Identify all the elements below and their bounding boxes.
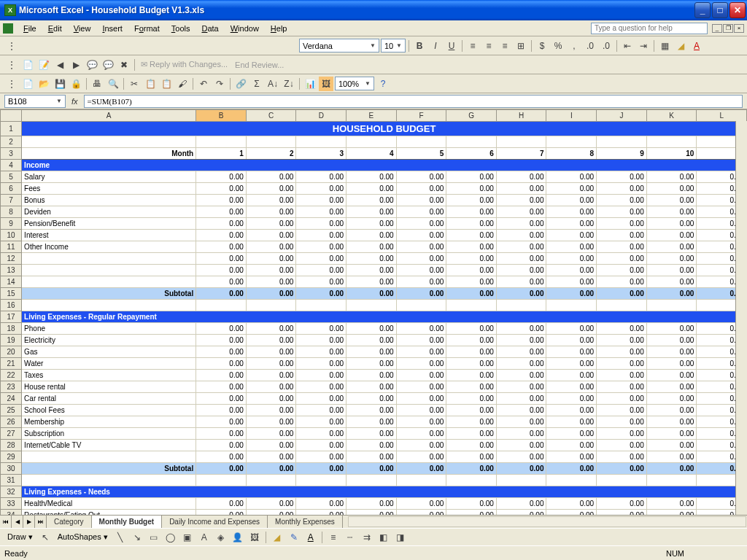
row-header-25[interactable]: 25 bbox=[1, 405, 22, 416]
tab-nav-first[interactable]: ⏮ bbox=[0, 516, 12, 528]
cell[interactable]: 0.00 bbox=[347, 253, 397, 265]
row-header-15[interactable]: 15 bbox=[1, 288, 22, 300]
col-header-A[interactable]: A bbox=[22, 110, 196, 122]
cell[interactable] bbox=[396, 475, 446, 486]
cell[interactable]: 0.00 bbox=[347, 381, 397, 393]
row-label[interactable]: Health/Medical bbox=[22, 498, 196, 510]
help-search-input[interactable] bbox=[591, 23, 708, 34]
cell[interactable]: 0.00 bbox=[446, 405, 497, 416]
col-header-G[interactable]: G bbox=[446, 110, 497, 122]
cell[interactable]: 0.00 bbox=[496, 265, 546, 276]
row-label[interactable]: Salary bbox=[22, 171, 196, 183]
cell[interactable]: 0.00 bbox=[446, 218, 497, 230]
cell[interactable]: 0.00 bbox=[446, 510, 497, 516]
select-all-corner[interactable] bbox=[1, 110, 22, 122]
cell[interactable]: 0.00 bbox=[496, 288, 546, 300]
cell[interactable]: 0.00 bbox=[196, 206, 247, 218]
cell[interactable]: 0.00 bbox=[296, 510, 347, 516]
cell[interactable]: 0.00 bbox=[396, 510, 446, 516]
cell[interactable]: 0.00 bbox=[597, 440, 647, 451]
row-header-31[interactable]: 31 bbox=[1, 475, 22, 486]
cell[interactable]: 0.00 bbox=[396, 265, 446, 276]
cell[interactable]: 0.00 bbox=[196, 451, 247, 463]
month-col-8[interactable]: 8 bbox=[546, 148, 597, 160]
picture-icon[interactable]: 🖼 bbox=[247, 530, 262, 545]
cell[interactable]: 0.00 bbox=[396, 195, 446, 206]
cell[interactable]: 0.00 bbox=[246, 428, 296, 440]
cell[interactable]: 0.00 bbox=[546, 206, 597, 218]
menu-view[interactable]: View bbox=[68, 23, 97, 34]
cell[interactable]: 0.00 bbox=[597, 230, 647, 241]
cell[interactable]: 0.00 bbox=[646, 428, 697, 440]
month-col-9[interactable]: 9 bbox=[597, 148, 647, 160]
month-col-4[interactable]: 4 bbox=[347, 148, 397, 160]
cell[interactable]: 0.00 bbox=[546, 405, 597, 416]
line-style-icon[interactable]: ≡ bbox=[326, 530, 341, 545]
cell[interactable]: 0.00 bbox=[496, 393, 546, 405]
cell[interactable]: 0.00 bbox=[396, 370, 446, 381]
help-icon[interactable]: ? bbox=[376, 77, 390, 91]
cell[interactable]: 0.00 bbox=[246, 241, 296, 253]
cell[interactable] bbox=[246, 136, 296, 148]
cell[interactable]: 0.00 bbox=[296, 288, 347, 300]
cell[interactable]: 0.00 bbox=[246, 451, 296, 463]
row-label[interactable]: Fees bbox=[22, 183, 196, 195]
cell[interactable]: 0.00 bbox=[396, 323, 446, 335]
cell[interactable]: 0.00 bbox=[296, 346, 347, 358]
cell[interactable]: 0.00 bbox=[446, 265, 497, 276]
cell[interactable] bbox=[196, 475, 247, 486]
row-header-11[interactable]: 11 bbox=[1, 241, 22, 253]
cell[interactable]: 0.00 bbox=[446, 206, 497, 218]
comma-button[interactable]: , bbox=[567, 39, 581, 53]
col-header-K[interactable]: K bbox=[646, 110, 697, 122]
cell[interactable] bbox=[246, 475, 296, 486]
cell[interactable]: 0.00 bbox=[646, 183, 697, 195]
cell[interactable]: 0.00 bbox=[246, 370, 296, 381]
name-box[interactable]: B108▼ bbox=[4, 95, 66, 108]
cell[interactable]: 0.00 bbox=[446, 195, 497, 206]
cell[interactable]: 0.00 bbox=[597, 405, 647, 416]
row-header-28[interactable]: 28 bbox=[1, 440, 22, 451]
cell[interactable]: 0.00 bbox=[196, 323, 247, 335]
cell[interactable]: 0.00 bbox=[396, 451, 446, 463]
cell[interactable]: 0.00 bbox=[296, 265, 347, 276]
show-comment-icon[interactable]: 💬 bbox=[85, 58, 99, 72]
cell[interactable]: 0.00 bbox=[646, 393, 697, 405]
cell[interactable]: 0.00 bbox=[196, 346, 247, 358]
menu-help[interactable]: Help bbox=[265, 23, 293, 34]
cell[interactable]: 0.00 bbox=[196, 276, 247, 288]
cell[interactable]: 0.00 bbox=[347, 183, 397, 195]
autoshapes-menu[interactable]: AutoShapes ▾ bbox=[55, 532, 111, 542]
cell[interactable]: 0.00 bbox=[496, 218, 546, 230]
row-header-29[interactable]: 29 bbox=[1, 451, 22, 463]
cell[interactable]: 0.00 bbox=[347, 335, 397, 346]
cell[interactable]: 0.00 bbox=[446, 381, 497, 393]
font-color-icon[interactable]: A bbox=[303, 530, 318, 545]
cell[interactable]: 0.00 bbox=[546, 230, 597, 241]
cell[interactable]: 0.00 bbox=[347, 230, 397, 241]
cell[interactable]: 0.00 bbox=[597, 288, 647, 300]
row-label[interactable]: Internet/Cable TV bbox=[22, 440, 196, 451]
hyperlink-icon[interactable]: 🔗 bbox=[233, 77, 248, 91]
row-label[interactable]: House rental bbox=[22, 381, 196, 393]
cell[interactable]: 0.00 bbox=[446, 428, 497, 440]
row-label[interactable]: Gas bbox=[22, 346, 196, 358]
cell[interactable]: 0.00 bbox=[347, 265, 397, 276]
col-header-H[interactable]: H bbox=[496, 110, 546, 122]
cell[interactable]: 0.00 bbox=[446, 288, 497, 300]
cell[interactable]: 0.00 bbox=[496, 405, 546, 416]
row-header-23[interactable]: 23 bbox=[1, 381, 22, 393]
increase-indent-button[interactable]: ⇥ bbox=[636, 39, 651, 53]
cell[interactable]: 0.00 bbox=[347, 171, 397, 183]
cell[interactable]: 0.00 bbox=[546, 370, 597, 381]
cell[interactable]: 0.00 bbox=[597, 416, 647, 428]
cell[interactable]: 0.00 bbox=[546, 498, 597, 510]
cell[interactable]: 0.00 bbox=[446, 346, 497, 358]
cell[interactable]: 0.00 bbox=[347, 346, 397, 358]
merge-center-button[interactable]: ⊞ bbox=[514, 39, 528, 53]
row-header-9[interactable]: 9 bbox=[1, 218, 22, 230]
menu-window[interactable]: Window bbox=[225, 23, 265, 34]
cell[interactable]: 0.00 bbox=[196, 218, 247, 230]
cell[interactable]: 0.00 bbox=[347, 463, 397, 475]
row-label[interactable]: Electricity bbox=[22, 335, 196, 346]
